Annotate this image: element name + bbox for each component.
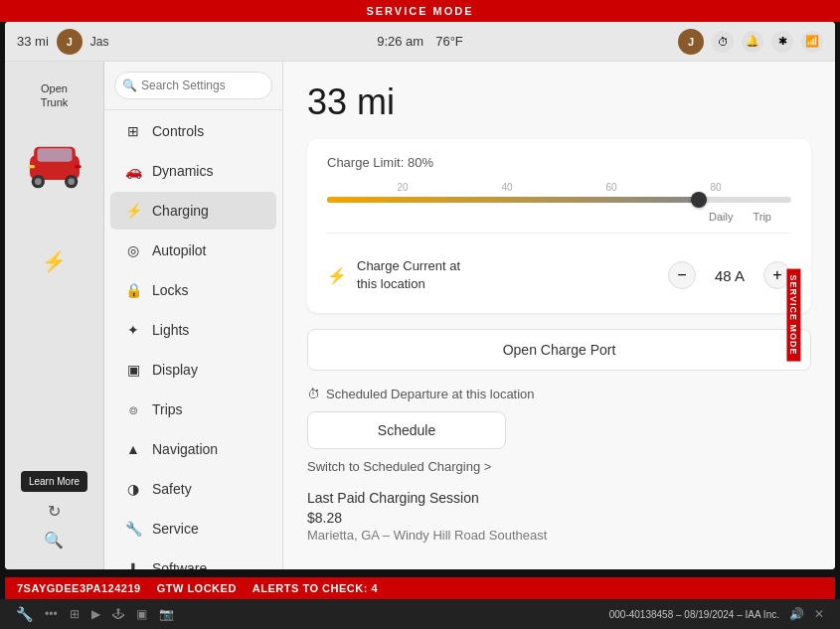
status-bar: 33 mi J Jas 9:26 am 76°F J ⏱ 🔔 ✱ 📶 [5, 22, 835, 62]
charge-limit-slider[interactable] [327, 197, 791, 203]
navigation-icon: ▲ [124, 440, 142, 458]
charge-card: Charge Limit: 80% 20 40 60 80 [307, 139, 811, 313]
x-icon: ✕ [814, 607, 824, 621]
taskbar-left: 🔧 ••• ⊞ ▶ 🕹 ▣ 📷 [16, 606, 174, 622]
svg-point-6 [68, 178, 75, 185]
charge-current-label: Charge Current atthis location [357, 257, 460, 293]
charge-current-left: ⚡ Charge Current atthis location [327, 257, 460, 293]
dynamics-icon: 🚗 [124, 162, 142, 180]
last-paid-section: Last Paid Charging Session $8.28 Mariett… [307, 490, 811, 543]
sidebar-item-autopilot[interactable]: ◎ Autopilot [110, 232, 276, 269]
play-icon: ▶ [91, 607, 100, 621]
sidebar-item-software[interactable]: ⬇ Software [110, 550, 276, 569]
gtw-locked-label: GTW LOCKED [157, 582, 237, 594]
controls-icon: ⊞ [124, 122, 142, 140]
sidebar-item-charging[interactable]: ⚡ Charging [110, 192, 276, 230]
charge-current-control: − 48 A + [668, 261, 791, 289]
daily-label: Daily [709, 211, 733, 223]
sidebar-item-service[interactable]: 🔧 Service [110, 510, 276, 548]
slider-track [327, 197, 791, 203]
trip-label: Trip [753, 211, 771, 223]
car-silhouette [20, 130, 89, 230]
sidebar-item-label-charging: Charging [152, 203, 209, 219]
schedule-button[interactable]: Schedule [307, 411, 506, 449]
status-bar-center: 9:26 am 76°F [377, 34, 463, 49]
svg-rect-7 [28, 165, 35, 168]
plus-icon: + [772, 266, 781, 284]
charge-plug-icon: ⚡ [327, 266, 347, 285]
clock-status-icon[interactable]: ⏱ [712, 31, 734, 53]
scheduled-departure-label: ⏱ Scheduled Departure at this location [307, 387, 811, 401]
bluetooth-icon[interactable]: ✱ [771, 31, 793, 53]
sidebar-item-safety[interactable]: ◑ Safety [110, 470, 276, 508]
search-bottom-icon[interactable]: 🔍 [44, 531, 64, 550]
signal-icon[interactable]: 📶 [801, 31, 823, 53]
user-avatar-large[interactable]: J [678, 29, 704, 55]
open-trunk-button[interactable]: OpenTrunk [41, 81, 69, 110]
speaker-icon: 🔊 [789, 607, 804, 621]
charge-limit-label: Charge Limit: 80% [327, 155, 791, 170]
grid-icon: ⊞ [70, 607, 80, 621]
bottom-status-bar: 7SAYGDEE3PA124219 GTW LOCKED ALERTS TO C… [5, 577, 835, 599]
charging-bolt-icon: ⚡ [42, 249, 67, 273]
scheduled-departure-section: ⏱ Scheduled Departure at this location S… [307, 387, 811, 474]
locks-icon: 🔒 [124, 281, 142, 299]
camera-icon: 📷 [159, 607, 174, 621]
sidebar-item-label-navigation: Navigation [152, 441, 218, 457]
svg-point-4 [35, 178, 42, 185]
daily-trip-labels: Daily Trip [327, 211, 791, 223]
lights-icon: ✦ [124, 321, 142, 339]
trips-icon: ⌾ [124, 400, 142, 418]
tesla-ui: 33 mi J Jas 9:26 am 76°F J ⏱ 🔔 ✱ 📶 OpenT… [5, 22, 835, 569]
divider [327, 233, 791, 234]
left-panel: OpenTrunk ⚡ Learn More ↻ 🔍 [5, 62, 104, 569]
service-mode-side-label: SERVICE MODE [787, 268, 801, 361]
sidebar-item-label-autopilot: Autopilot [152, 242, 206, 258]
sidebar-item-controls[interactable]: ⊞ Controls [110, 112, 276, 150]
sidebar-item-navigation[interactable]: ▲ Navigation [110, 430, 276, 468]
alerts-label: ALERTS TO CHECK: 4 [252, 582, 378, 594]
taskbar-info: 000-40138458 – 08/19/2024 – IAA Inc. [609, 609, 779, 620]
clock-icon: ⏱ [307, 387, 320, 401]
sidebar-item-dynamics[interactable]: 🚗 Dynamics [110, 152, 276, 190]
current-value-display: 48 A [710, 267, 750, 284]
display-icon: ▣ [124, 361, 142, 379]
sidebar-item-display[interactable]: ▣ Display [110, 351, 276, 389]
sidebar-item-lights[interactable]: ✦ Lights [110, 311, 276, 349]
range-display: 33 mi [307, 81, 811, 123]
main-content: 33 mi Charge Limit: 80% 20 40 60 80 [283, 62, 835, 569]
window-icon: ▣ [136, 607, 147, 621]
search-box: 🔍 [104, 62, 282, 110]
refresh-icon[interactable]: ↻ [48, 502, 61, 521]
status-bar-right: J ⏱ 🔔 ✱ 📶 [678, 29, 823, 55]
decrease-current-button[interactable]: − [668, 261, 696, 289]
status-bar-left: 33 mi J Jas [17, 29, 108, 55]
search-input[interactable] [114, 72, 272, 99]
open-charge-port-button[interactable]: Open Charge Port [307, 329, 811, 371]
last-paid-amount: $8.28 [307, 510, 811, 526]
sidebar-item-label-display: Display [152, 362, 198, 378]
last-paid-title: Last Paid Charging Session [307, 490, 811, 506]
sidebar-item-label-trips: Trips [152, 401, 183, 417]
last-paid-location: Marietta, GA – Windy Hill Road Southeast [307, 528, 811, 543]
autopilot-icon: ◎ [124, 241, 142, 259]
mileage-display: 33 mi [17, 34, 49, 49]
time-display: 9:26 am [377, 34, 423, 49]
dots-icon: ••• [45, 607, 58, 621]
learn-more-button[interactable]: Learn More [21, 471, 87, 492]
software-icon: ⬇ [124, 559, 142, 569]
service-mode-top-bar: SERVICE MODE [0, 0, 840, 22]
switch-charging-link[interactable]: Switch to Scheduled Charging > [307, 459, 811, 474]
sidebar-item-trips[interactable]: ⌾ Trips [110, 391, 276, 428]
sidebar-item-locks[interactable]: 🔒 Locks [110, 271, 276, 309]
service-mode-label: SERVICE MODE [366, 5, 473, 17]
left-bottom-icons: Learn More ↻ 🔍 [21, 471, 87, 550]
service-icon: 🔧 [124, 520, 142, 538]
sidebar-item-label-lights: Lights [152, 322, 189, 338]
svg-rect-8 [75, 165, 82, 168]
sidebar-item-label-controls: Controls [152, 123, 204, 139]
user-name-status: Jas [90, 35, 109, 49]
user-avatar-small: J [57, 29, 83, 55]
bell-icon[interactable]: 🔔 [742, 31, 763, 53]
temp-display: 76°F [435, 34, 463, 49]
